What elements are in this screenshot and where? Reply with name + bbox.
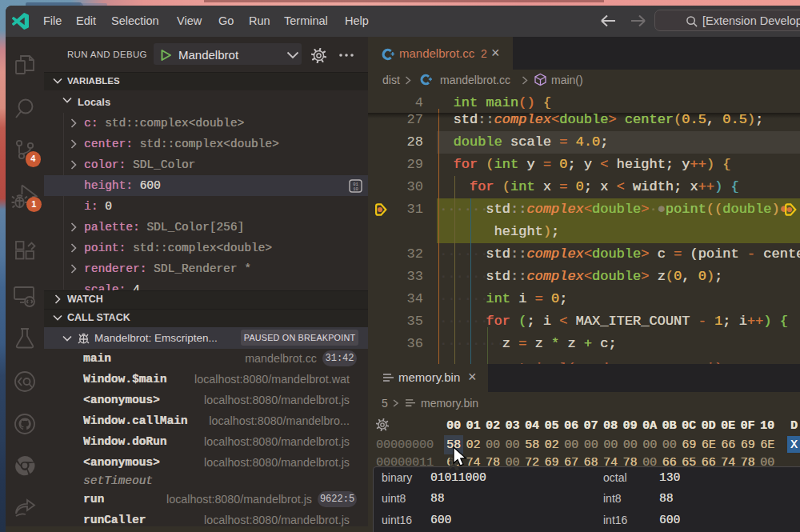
svg-text:10: 10 <box>353 186 358 192</box>
